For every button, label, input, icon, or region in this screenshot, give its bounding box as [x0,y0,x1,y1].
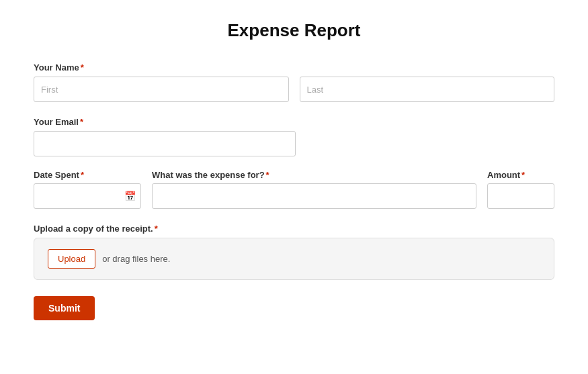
email-label: Your Email* [34,117,83,127]
submit-button[interactable]: Submit [34,296,95,320]
upload-label: Upload a copy of the receipt.* [34,224,158,234]
expense-purpose-label: What was the expense for?* [152,170,476,180]
email-section: Your Email* [34,115,554,156]
date-input[interactable] [34,183,141,209]
last-name-input[interactable] [300,77,555,102]
amount-group: Amount* [487,170,554,209]
first-name-input[interactable] [34,77,289,102]
expense-form: Your Name* Your Email* [34,61,554,320]
expense-purpose-input[interactable] [152,183,476,209]
upload-area: Upload or drag files here. [34,238,554,280]
email-input[interactable] [34,131,296,156]
upload-button[interactable]: Upload [48,249,95,269]
name-section: Your Name* [34,61,554,102]
submit-section: Submit [34,296,554,320]
drag-text: or drag files here. [102,254,170,264]
amount-label: Amount* [487,170,554,180]
amount-input[interactable] [487,183,554,209]
expense-row: Date Spent* 📅 What was the expense for?* [34,170,554,209]
last-name-group [300,77,555,102]
name-label: Your Name* [34,62,84,73]
page-title: Expense Report [34,20,554,41]
expense-row-section: Date Spent* 📅 What was the expense for?* [34,170,554,209]
date-label: Date Spent* [34,170,141,180]
date-input-wrapper: 📅 [34,183,141,209]
upload-section: Upload a copy of the receipt.* Upload or… [34,222,554,280]
date-group: Date Spent* 📅 [34,170,141,209]
first-name-group [34,77,289,102]
page-container: Expense Report Your Name* Your Email* [0,0,588,374]
expense-purpose-group: What was the expense for?* [152,170,476,209]
